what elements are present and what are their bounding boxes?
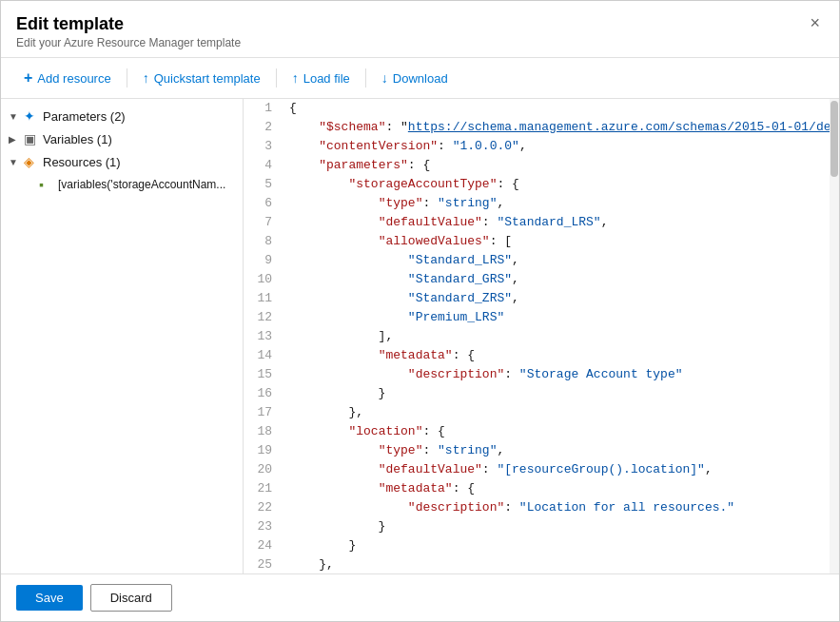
code-editor[interactable]: 1{2 "$schema": "https://schema.managemen…: [244, 99, 839, 573]
scrollbar-track[interactable]: [830, 99, 839, 573]
code-table: 1{2 "$schema": "https://schema.managemen…: [244, 99, 839, 573]
table-row: 5 "storageAccountType": {: [244, 175, 839, 194]
title-group: Edit template Edit your Azure Resource M…: [16, 14, 241, 49]
line-content: "type": "string",: [282, 441, 839, 460]
line-content: "Standard_GRS",: [282, 270, 839, 289]
line-content: ],: [282, 327, 839, 346]
table-row: 7 "defaultValue": "Standard_LRS",: [244, 213, 839, 232]
separator-2: [276, 68, 277, 87]
toggle-resources[interactable]: ▼: [9, 157, 24, 167]
table-row: 3 "contentVersion": "1.0.0.0",: [244, 137, 839, 156]
line-number: 6: [244, 194, 282, 213]
table-row: 9 "Standard_LRS",: [244, 251, 839, 270]
line-number: 9: [244, 251, 282, 270]
line-content: },: [282, 403, 839, 422]
line-content: "parameters": {: [282, 156, 839, 175]
separator-1: [127, 68, 127, 87]
line-content: "metadata": {: [282, 346, 839, 365]
resources-label: Resources (1): [43, 155, 121, 169]
line-number: 18: [244, 422, 282, 441]
line-number: 3: [244, 137, 282, 156]
line-number: 23: [244, 517, 282, 536]
line-content: },: [282, 555, 839, 573]
main-content: ▼ ✦ Parameters (2) ▶ ▣ Variables (1) ▼ ◈…: [1, 99, 839, 573]
line-content: "location": {: [282, 422, 839, 441]
line-content: "metadata": {: [282, 479, 839, 498]
line-content: "Standard_LRS",: [282, 251, 839, 270]
table-row: 23 }: [244, 517, 839, 536]
line-number: 17: [244, 403, 282, 422]
line-content: "storageAccountType": {: [282, 175, 839, 194]
line-number: 8: [244, 232, 282, 251]
load-file-button[interactable]: ↑ Load file: [284, 67, 358, 89]
line-number: 13: [244, 327, 282, 346]
line-number: 16: [244, 384, 282, 403]
line-number: 20: [244, 460, 282, 479]
load-icon: ↑: [292, 70, 299, 86]
line-content: "allowedValues": [: [282, 232, 839, 251]
quickstart-template-button[interactable]: ↑ Quickstart template: [135, 67, 268, 89]
sidebar-item-resources[interactable]: ▼ ◈ Resources (1): [1, 150, 243, 173]
line-content: "type": "string",: [282, 194, 839, 213]
params-icon: ✦: [24, 108, 43, 124]
line-number: 24: [244, 536, 282, 555]
sidebar-item-parameters[interactable]: ▼ ✦ Parameters (2): [1, 105, 243, 127]
line-number: 19: [244, 441, 282, 460]
line-content: "$schema": "https://schema.management.az…: [282, 118, 839, 137]
table-row: 18 "location": {: [244, 422, 839, 441]
table-row: 2 "$schema": "https://schema.management.…: [244, 118, 839, 137]
add-resource-button[interactable]: + Add resource: [16, 66, 119, 90]
close-button[interactable]: ×: [806, 14, 824, 31]
line-number: 22: [244, 498, 282, 517]
dialog-title: Edit template: [16, 14, 241, 34]
toggle-variables[interactable]: ▶: [9, 134, 24, 145]
table-row: 13 ],: [244, 327, 839, 346]
dialog-footer: Save Discard: [1, 573, 839, 621]
table-row: 6 "type": "string",: [244, 194, 839, 213]
line-number: 12: [244, 308, 282, 327]
save-button[interactable]: Save: [16, 585, 83, 611]
table-row: 8 "allowedValues": [: [244, 232, 839, 251]
separator-3: [365, 68, 366, 87]
line-number: 1: [244, 99, 282, 118]
toggle-parameters[interactable]: ▼: [9, 111, 24, 122]
table-row: 12 "Premium_LRS": [244, 308, 839, 327]
table-row: 15 "description": "Storage Account type": [244, 365, 839, 384]
dialog-subtitle: Edit your Azure Resource Manager templat…: [16, 36, 241, 49]
table-row: 19 "type": "string",: [244, 441, 839, 460]
line-content: }: [282, 384, 839, 403]
scrollbar-thumb[interactable]: [830, 101, 838, 177]
table-row: 1{: [244, 99, 839, 118]
load-file-label: Load file: [303, 71, 350, 86]
quickstart-label: Quickstart template: [154, 71, 261, 86]
table-row: 21 "metadata": {: [244, 479, 839, 498]
resources-icon: ◈: [24, 154, 43, 169]
line-content: "description": "Location for all resourc…: [282, 498, 839, 517]
table-row: 25 },: [244, 555, 839, 573]
line-content: "defaultValue": "[resourceGroup().locati…: [282, 460, 839, 479]
resource-item-icon: ▪: [39, 177, 58, 192]
download-button[interactable]: ↓ Download: [374, 67, 456, 89]
discard-button[interactable]: Discard: [90, 584, 172, 612]
line-content: "contentVersion": "1.0.0.0",: [282, 137, 839, 156]
line-content: "description": "Storage Account type": [282, 365, 839, 384]
line-content: }: [282, 536, 839, 555]
line-number: 2: [244, 118, 282, 137]
table-row: 24 }: [244, 536, 839, 555]
toolbar: + Add resource ↑ Quickstart template ↑ L…: [1, 58, 839, 99]
vars-icon: ▣: [24, 131, 43, 146]
sidebar-item-resource-storage[interactable]: ▪ [variables('storageAccountNam...: [1, 173, 243, 196]
line-number: 10: [244, 270, 282, 289]
table-row: 10 "Standard_GRS",: [244, 270, 839, 289]
table-row: 22 "description": "Location for all reso…: [244, 498, 839, 517]
line-number: 14: [244, 346, 282, 365]
line-content: }: [282, 517, 839, 536]
sidebar-item-variables[interactable]: ▶ ▣ Variables (1): [1, 127, 243, 150]
line-content: {: [282, 99, 839, 118]
line-number: 21: [244, 479, 282, 498]
line-number: 7: [244, 213, 282, 232]
table-row: 17 },: [244, 403, 839, 422]
line-number: 4: [244, 156, 282, 175]
table-row: 20 "defaultValue": "[resourceGroup().loc…: [244, 460, 839, 479]
line-number: 5: [244, 175, 282, 194]
